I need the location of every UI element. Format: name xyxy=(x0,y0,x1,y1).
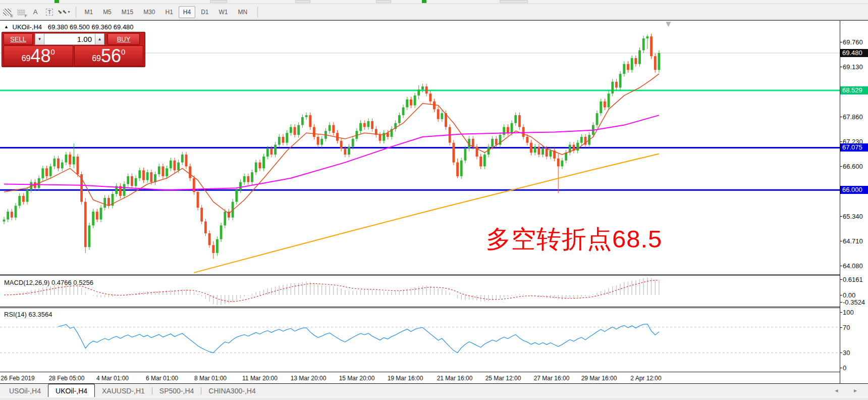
timeframe-button-m5[interactable]: M5 xyxy=(98,6,116,18)
rsi-tick-30: 30 xyxy=(843,349,850,357)
axis-tick-mark xyxy=(840,166,842,167)
volume-input[interactable] xyxy=(44,33,95,45)
axis-tick-mark xyxy=(840,353,842,353)
grid-tool-icon[interactable]: F xyxy=(15,6,28,18)
time-label: 4 Mar 01:00 xyxy=(96,375,129,382)
timeframe-button-m30[interactable]: M30 xyxy=(139,6,159,18)
macd-tick--0.3524: -0.3524 xyxy=(843,298,865,306)
timeframe-button-mn[interactable]: MN xyxy=(234,6,252,18)
macd-signal-line xyxy=(4,280,659,302)
time-label: 19 Mar 16:00 xyxy=(388,375,423,382)
chart-window: ▲ UKOil-,H4 69.380 69.500 69.360 69.480 … xyxy=(0,20,868,383)
clipped-button xyxy=(210,0,227,3)
symbol-tab-usoilh4[interactable]: USOil-,H4 xyxy=(2,385,48,397)
time-label: 2 Apr 12:00 xyxy=(630,375,661,382)
time-label: 27 Mar 16:00 xyxy=(534,375,570,382)
time-label: 29 Mar 16:00 xyxy=(581,375,617,382)
rsi-label: RSI(14) 63.3564 xyxy=(4,311,52,318)
toolbar-separator xyxy=(76,7,76,18)
axis-tick-mark xyxy=(840,241,842,241)
rsi-indicator-canvas[interactable] xyxy=(0,308,840,372)
chart-plot-region[interactable]: ▲ UKOil-,H4 69.380 69.500 69.360 69.480 … xyxy=(0,21,840,383)
timeframe-buttons: M1M5M15M30H1H4D1W1MN xyxy=(79,6,252,18)
chart-toolbar: E F A T ⬊⬉▾ M1M5M15M30H1H4D1W1MN xyxy=(0,5,868,20)
buy-button[interactable]: BUY xyxy=(107,33,140,45)
axis-tick-mark xyxy=(840,141,842,142)
clipped-button xyxy=(500,0,528,3)
rsi-tick-100: 100 xyxy=(843,309,854,316)
clipped-icon xyxy=(55,0,59,3)
toolbar-separator xyxy=(257,7,258,18)
clipped-toolbar-row xyxy=(0,0,868,4)
clipped-button xyxy=(295,0,310,3)
price-badge-69.480: 69.480 xyxy=(840,49,868,57)
price-badge-66.000: 66.000 xyxy=(840,186,868,194)
macd-label: MACD(12,26,9) 0.4766 0.5256 xyxy=(4,279,93,286)
time-label: 15 Mar 20:00 xyxy=(339,375,375,382)
volume-increase-button[interactable]: ▲ xyxy=(95,33,104,45)
symbol-tab-china300h4[interactable]: CHINA300-,H4 xyxy=(201,385,262,397)
rsi-line xyxy=(59,324,659,353)
chart-tabbar: USOil-,H4UKOil-,H4XAUUSD-,H1SP500-,H4CHI… xyxy=(0,383,868,397)
crosshatch-tool-icon[interactable]: E xyxy=(1,6,14,18)
price-tick-69.760: 69.760 xyxy=(843,38,863,46)
ma-mid[interactable] xyxy=(4,115,659,190)
timeframe-button-h4[interactable]: H4 xyxy=(179,6,195,18)
macd-histogram xyxy=(4,277,659,305)
axis-tick-mark xyxy=(840,327,842,328)
chart-annotation-text[interactable]: 多空转折点68.5 xyxy=(486,223,662,256)
rsi-tick-70: 70 xyxy=(843,324,850,331)
price-axis[interactable]: 69.76069.13067.86067.23066.60065.34064.7… xyxy=(840,21,868,383)
time-label: 6 Mar 01:00 xyxy=(146,375,178,382)
one-click-trade-panel: SELL ▼ ▲ BUY 69480 69560 xyxy=(2,32,145,67)
timeframe-button-m1[interactable]: M1 xyxy=(80,6,97,18)
time-label: 11 Mar 20:00 xyxy=(242,375,278,382)
clipped-icon xyxy=(422,0,426,3)
chart-shift-marker-icon[interactable]: ▼ xyxy=(664,19,673,29)
shapes-dropdown-icon[interactable]: ⬊⬉▾ xyxy=(57,6,70,18)
time-label: 13 Mar 20:00 xyxy=(291,375,327,382)
macd-tick-0.00: 0.00 xyxy=(843,291,855,299)
price-tick-69.130: 69.130 xyxy=(843,63,863,71)
axis-tick-mark xyxy=(840,295,842,295)
symbol-tab-sp500h4[interactable]: SP500-,H4 xyxy=(152,385,201,397)
collapse-arrow-icon[interactable]: ▲ xyxy=(4,24,9,29)
buy-price-display[interactable]: 69560 xyxy=(74,45,144,66)
sell-price-display[interactable]: 69480 xyxy=(4,45,73,66)
time-label: 26 Feb 2019 xyxy=(1,375,34,382)
axis-tick-mark xyxy=(840,67,842,67)
timeframe-button-w1[interactable]: W1 xyxy=(214,6,233,18)
price-badge-68.529: 68.529 xyxy=(840,86,868,94)
symbol-tab-ukoilh4[interactable]: UKOil-,H4 xyxy=(48,384,95,397)
axis-tick-mark xyxy=(840,312,842,313)
ma-fast[interactable] xyxy=(4,74,659,214)
axis-tick-mark xyxy=(840,216,842,217)
axis-tick-mark xyxy=(840,302,842,303)
time-label: 25 Mar 12:00 xyxy=(485,375,521,382)
symbol-tab-xauusdh1[interactable]: XAUUSD-,H1 xyxy=(95,385,152,397)
horizontal-lines xyxy=(0,53,840,190)
price-tick-64.080: 64.080 xyxy=(843,262,863,270)
rsi-tick-0: 0 xyxy=(843,364,846,372)
axis-tick-mark xyxy=(840,279,842,280)
price-tick-67.860: 67.860 xyxy=(843,113,863,121)
chart-title: ▲ UKOil-,H4 69.380 69.500 69.360 69.480 xyxy=(4,23,134,31)
macd-tick-0.6161: 0.6161 xyxy=(843,276,863,283)
price-tick-66.600: 66.600 xyxy=(843,163,863,170)
axis-tick-mark xyxy=(840,266,842,266)
tab-scroll-arrows[interactable]: ◂ ▸ xyxy=(835,387,864,394)
text-tool-icon[interactable]: A xyxy=(29,6,42,18)
timeframe-button-m15[interactable]: M15 xyxy=(117,6,138,18)
time-label: 21 Mar 16:00 xyxy=(437,375,473,382)
time-axis[interactable]: 26 Feb 201928 Feb 05:004 Mar 01:006 Mar … xyxy=(0,372,840,383)
clipped-button xyxy=(376,0,391,3)
axis-tick-mark xyxy=(840,368,842,368)
axis-tick-mark xyxy=(840,117,842,117)
volume-decrease-button[interactable]: ▼ xyxy=(35,33,44,45)
status-strip xyxy=(0,397,868,400)
text-label-tool-icon[interactable]: T xyxy=(43,6,56,18)
macd-indicator-canvas[interactable] xyxy=(0,276,840,307)
timeframe-button-d1[interactable]: D1 xyxy=(196,6,213,18)
timeframe-button-h1[interactable]: H1 xyxy=(160,6,177,18)
sell-button[interactable]: SELL xyxy=(4,33,33,45)
